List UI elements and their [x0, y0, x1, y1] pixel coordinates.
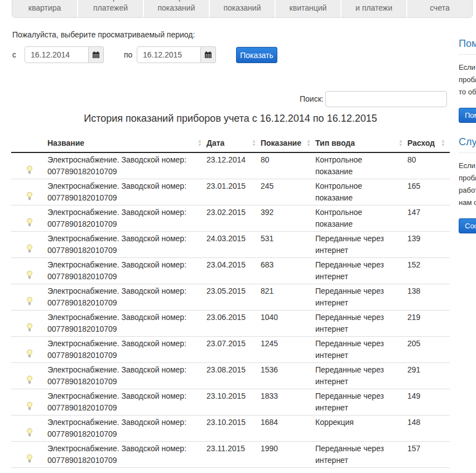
bulb-icon [25, 218, 34, 227]
bulb-icon-cell [11, 442, 47, 468]
date-from-input[interactable] [25, 46, 89, 63]
search-input[interactable] [325, 91, 447, 107]
input-type-cell: Переданные через интернет [315, 258, 407, 284]
bulb-icon-cell [11, 179, 47, 206]
tab-readings-history[interactable]: История показаний [144, 0, 210, 17]
input-type-cell: Переданные через интернет [315, 389, 407, 415]
bulb-icon-cell [11, 415, 47, 442]
table-row: Электроснабжение. Заводской номер: 00778… [11, 258, 450, 284]
table-row: Электроснабжение. Заводской номер: 00778… [11, 206, 450, 232]
col-header-name[interactable]: Название ▲▼ [47, 134, 206, 152]
bulb-icon [25, 323, 34, 332]
consumption-cell: 80 [407, 152, 450, 179]
name-cell: Электроснабжение. Заводской номер: 00778… [47, 363, 206, 389]
support-button[interactable]: Сооб [459, 218, 476, 233]
consumption-cell: 147 [407, 206, 450, 232]
bulb-icon-cell [11, 363, 47, 389]
date-cell: 23.06.2015 [206, 310, 261, 337]
calendar-icon [92, 51, 100, 59]
table-row: Электроснабжение. Заводской номер: 00778… [11, 389, 450, 415]
top-nav: Моя квартираИстория платежейИстория пока… [12, 0, 473, 18]
input-type-cell: Контрольное показание [315, 152, 407, 179]
input-type-cell: Переданные через интернет [315, 442, 407, 468]
bulb-icon [25, 165, 34, 175]
support-text: Если пробл работ нам о [459, 160, 476, 209]
bulb-icon [25, 192, 34, 201]
help-heading: Пом [459, 38, 476, 55]
table-row: Электроснабжение. Заводской номер: 00778… [11, 442, 450, 468]
col-header-label: Расход [407, 138, 435, 147]
period-label: Пожалуйста, выберите просматриваемый пер… [12, 30, 195, 39]
col-header-label: Название [47, 138, 84, 147]
name-cell: Электроснабжение. Заводской номер: 00778… [47, 415, 206, 442]
date-cell: 23.02.2015 [206, 206, 261, 232]
name-cell: Электроснабжение. Заводской номер: 00778… [47, 152, 206, 179]
consumption-cell: 148 [407, 415, 450, 442]
calendar-icon[interactable] [89, 46, 104, 63]
table-row: Электроснабжение. Заводской номер: 00778… [11, 179, 450, 206]
bulb-icon-cell [11, 206, 47, 232]
tab-my-apartment[interactable]: Моя квартира [12, 0, 78, 17]
search-label: Поиск: [300, 94, 324, 103]
date-to-label: по [124, 50, 132, 59]
col-header-input-type[interactable]: Тип ввода ▲▼ [315, 134, 407, 152]
input-type-cell: Переданные через интернет [315, 337, 407, 363]
name-cell: Электроснабжение. Заводской номер: 00778… [47, 258, 206, 284]
table-row: Электроснабжение. Заводской номер: 00778… [11, 152, 450, 179]
consumption-cell: 139 [407, 232, 450, 258]
tab-pay-bill[interactable]: Оплата счета [407, 0, 472, 17]
consumption-cell: 152 [407, 258, 450, 284]
bulb-icon [25, 297, 34, 306]
input-type-cell: Контрольное показание [315, 206, 407, 232]
reading-cell: 80 [261, 152, 315, 179]
date-cell: 23.12.2014 [206, 152, 261, 179]
bulb-icon [25, 454, 34, 464]
reading-cell: 1833 [261, 389, 315, 415]
col-header-icon [11, 134, 47, 152]
help-button[interactable]: Помо [459, 108, 476, 123]
table-row: Электроснабжение. Заводской номер: 00778… [11, 310, 450, 337]
bulb-icon-cell [11, 310, 47, 337]
date-cell: 23.05.2015 [206, 284, 261, 310]
tab-charges-payments[interactable]: Начисления и платежи [342, 0, 407, 17]
readings-table-body: Электроснабжение. Заводской номер: 00778… [11, 152, 450, 468]
consumption-cell: 149 [407, 389, 450, 415]
date-cell: 23.07.2015 [206, 337, 261, 363]
table-row: Электроснабжение. Заводской номер: 00778… [11, 232, 450, 258]
support-heading: Служ [459, 136, 476, 153]
col-header-label: Дата [206, 138, 224, 147]
col-header-date[interactable]: Дата ▲▼ [206, 134, 261, 152]
name-cell: Электроснабжение. Заводской номер: 00778… [47, 284, 206, 310]
tab-print-receipts[interactable]: Печать квитанций [276, 0, 342, 17]
name-cell: Электроснабжение. Заводской номер: 00778… [47, 442, 206, 468]
table-header-row: Название ▲▼ Дата ▲▼ Показание ▲▼ Тип вво… [11, 134, 450, 152]
bulb-icon-cell [11, 284, 47, 310]
sort-icon: ▲▼ [198, 139, 202, 147]
consumption-cell: 219 [407, 310, 450, 337]
input-type-cell: Контрольное показание [315, 179, 407, 206]
col-header-consumption[interactable]: Расход ▲▼ [407, 134, 450, 152]
input-type-cell: Переданные через интернет [315, 284, 407, 310]
reading-cell: 821 [261, 284, 315, 310]
name-cell: Электроснабжение. Заводской номер: 00778… [47, 337, 206, 363]
date-cell: 23.10.2015 [206, 415, 261, 442]
tab-payment-history[interactable]: История платежей [78, 0, 144, 17]
readings-table: Название ▲▼ Дата ▲▼ Показание ▲▼ Тип вво… [11, 134, 450, 468]
date-to-input[interactable] [137, 46, 201, 63]
tab-enter-readings[interactable]: Занесение показаний [210, 0, 276, 17]
bulb-icon [25, 270, 34, 280]
bulb-icon [25, 349, 34, 359]
show-button[interactable]: Показать [236, 47, 277, 63]
table-row: Электроснабжение. Заводской номер: 00778… [11, 415, 450, 442]
sort-icon: ▲▼ [252, 139, 256, 147]
calendar-icon[interactable] [201, 46, 216, 63]
col-header-label: Показание [261, 138, 301, 147]
name-cell: Электроснабжение. Заводской номер: 00778… [47, 179, 206, 206]
reading-cell: 1990 [261, 442, 315, 468]
name-cell: Электроснабжение. Заводской номер: 00778… [47, 232, 206, 258]
table-row: Электроснабжение. Заводской номер: 00778… [11, 363, 450, 389]
col-header-reading[interactable]: Показание ▲▼ [261, 134, 315, 152]
date-cell: 23.01.2015 [206, 179, 261, 206]
bulb-icon [25, 428, 34, 437]
name-cell: Электроснабжение. Заводской номер: 00778… [47, 206, 206, 232]
